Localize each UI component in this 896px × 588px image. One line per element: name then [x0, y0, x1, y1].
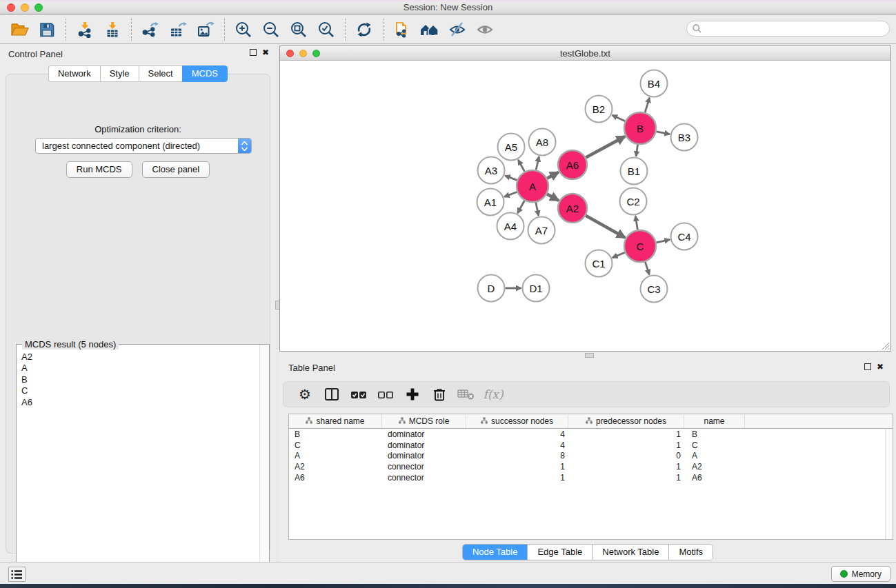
zoom-in-icon[interactable] — [230, 17, 257, 42]
cell-mcds_role[interactable]: dominator — [382, 429, 466, 439]
graph-node-A[interactable]: A — [517, 170, 548, 202]
tab-motifs[interactable]: Motifs — [669, 545, 713, 560]
network-window-titlebar[interactable]: testGlobe.txt — [280, 46, 890, 61]
graph-edge-C-C2[interactable] — [635, 216, 637, 230]
search-input[interactable] — [702, 23, 889, 35]
cell-predecessor_nodes[interactable]: 1 — [568, 473, 684, 483]
cell-mcds_role[interactable]: connector — [382, 473, 466, 483]
table-row[interactable]: Bdominator41B — [289, 429, 893, 440]
graph-edge-A-A2[interactable] — [547, 194, 559, 201]
mcds-result-item[interactable]: A — [21, 363, 259, 374]
horizontal-splitter-grip[interactable] — [585, 353, 594, 358]
cell-shared_name[interactable]: A2 — [289, 462, 382, 472]
search-field[interactable] — [686, 21, 890, 37]
zoom-out-icon[interactable] — [257, 17, 285, 42]
graph-node-A6[interactable]: A6 — [558, 150, 587, 179]
mcds-result-item[interactable]: A6 — [21, 397, 259, 408]
table-scrollbar[interactable] — [885, 429, 893, 539]
deselect-all-checks-icon[interactable] — [377, 385, 395, 404]
close-panel-icon[interactable]: ✖ — [262, 49, 269, 56]
export-image-icon[interactable] — [192, 17, 219, 42]
cell-name[interactable]: C — [684, 440, 745, 450]
tab-edge-table[interactable]: Edge Table — [528, 545, 593, 560]
table-row[interactable]: Cdominator41C — [289, 440, 893, 451]
show-graphics-details-icon[interactable] — [471, 17, 499, 42]
resize-grip-icon[interactable] — [881, 341, 890, 350]
column-header-predecessor_nodes[interactable]: predecessor nodes — [568, 414, 684, 428]
column-header-mcds_role[interactable]: MCDS role — [382, 414, 466, 428]
table-settings-icon[interactable]: ⚙ — [296, 385, 314, 404]
graph-node-A7[interactable]: A7 — [528, 217, 555, 244]
graph-node-D1[interactable]: D1 — [523, 275, 550, 302]
cell-shared_name[interactable]: B — [289, 429, 382, 439]
graph-node-B1[interactable]: B1 — [621, 158, 648, 185]
graph-node-A4[interactable]: A4 — [497, 213, 524, 240]
column-visibility-icon[interactable] — [323, 385, 341, 404]
hide-graphics-details-icon[interactable] — [444, 17, 471, 42]
table-row[interactable]: A6connector11A6 — [289, 472, 893, 483]
graph-node-C2[interactable]: C2 — [620, 188, 647, 215]
tab-select[interactable]: Select — [139, 65, 182, 82]
graph-edge-B-B4[interactable] — [645, 98, 650, 113]
horizontal-splitter[interactable] — [279, 352, 896, 358]
cell-predecessor_nodes[interactable]: 1 — [568, 440, 684, 450]
add-column-icon[interactable] — [404, 385, 421, 404]
criterion-select[interactable]: largest connected component (directed) — [35, 138, 252, 154]
graph-node-B[interactable]: B — [624, 112, 656, 144]
home-icon[interactable] — [416, 17, 444, 42]
run-mcds-button[interactable]: Run MCDS — [66, 161, 132, 178]
select-all-checks-icon[interactable] — [350, 385, 368, 404]
column-header-name[interactable]: name — [684, 414, 745, 428]
graph-node-A8[interactable]: A8 — [529, 129, 556, 156]
memory-button[interactable]: Memory — [831, 566, 890, 582]
refresh-icon[interactable] — [350, 17, 378, 42]
graph-edge-A-A4[interactable] — [517, 201, 524, 213]
cell-mcds_role[interactable]: connector — [382, 462, 466, 472]
cell-successor_nodes[interactable]: 4 — [466, 429, 568, 439]
graph-edge-B-B1[interactable] — [636, 145, 637, 156]
graph-node-A1[interactable]: A1 — [477, 189, 504, 216]
cell-name[interactable]: A2 — [684, 462, 745, 472]
cell-shared_name[interactable]: C — [289, 440, 382, 450]
cell-predecessor_nodes[interactable]: 1 — [568, 462, 684, 472]
graph-edge-A6-B[interactable] — [586, 136, 625, 158]
close-panel-button[interactable]: Close panel — [142, 161, 210, 178]
graph-node-B2[interactable]: B2 — [586, 96, 613, 123]
network-graph[interactable]: B4B2BB3A8A5A6A3B1AA1C2A2A4A7C4CC1C3DD1 — [280, 61, 890, 351]
cell-successor_nodes[interactable]: 1 — [466, 473, 568, 483]
select-stepper-icon[interactable] — [238, 138, 251, 154]
task-history-button[interactable] — [8, 567, 26, 582]
close-table-panel-icon[interactable]: ✖ — [877, 363, 884, 370]
tab-network-table[interactable]: Network Table — [593, 545, 669, 560]
export-table-icon[interactable] — [164, 17, 192, 42]
graph-node-B4[interactable]: B4 — [641, 70, 668, 97]
delete-column-icon[interactable] — [430, 385, 448, 404]
graph-node-C[interactable]: C — [624, 230, 656, 262]
export-network-icon[interactable] — [137, 17, 164, 42]
graph-edge-A-A8[interactable] — [536, 156, 539, 170]
mcds-result-item[interactable]: C — [21, 385, 259, 396]
function-builder-icon[interactable]: f(x) — [484, 385, 502, 404]
mcds-result-item[interactable]: A2 — [21, 352, 259, 363]
column-header-successor_nodes[interactable]: successor nodes — [466, 414, 568, 428]
graph-node-A5[interactable]: A5 — [498, 134, 525, 161]
save-session-icon[interactable] — [33, 17, 61, 42]
table-row[interactable]: Adominator80A — [289, 450, 893, 461]
graph-node-C1[interactable]: C1 — [586, 250, 613, 277]
float-table-panel-icon[interactable] — [864, 363, 871, 370]
cell-mcds_role[interactable]: dominator — [382, 440, 466, 450]
graph-edge-A-A3[interactable] — [505, 176, 517, 181]
mcds-result-scrollbar[interactable] — [259, 345, 269, 578]
delete-table-icon[interactable] — [457, 385, 475, 404]
mcds-result-item[interactable]: B — [21, 374, 259, 385]
cell-mcds_role[interactable]: dominator — [382, 451, 466, 460]
cell-name[interactable]: A — [684, 451, 745, 460]
column-header-shared_name[interactable]: shared name — [289, 414, 382, 428]
tab-mcds[interactable]: MCDS — [182, 65, 228, 82]
graph-node-A2[interactable]: A2 — [558, 194, 587, 223]
zoom-selected-icon[interactable] — [312, 17, 340, 42]
graph-edge-C-C4[interactable] — [656, 240, 670, 243]
graph-node-D[interactable]: D — [478, 275, 505, 302]
graph-edge-B-B2[interactable] — [612, 115, 625, 121]
graph-node-C3[interactable]: C3 — [641, 276, 668, 303]
